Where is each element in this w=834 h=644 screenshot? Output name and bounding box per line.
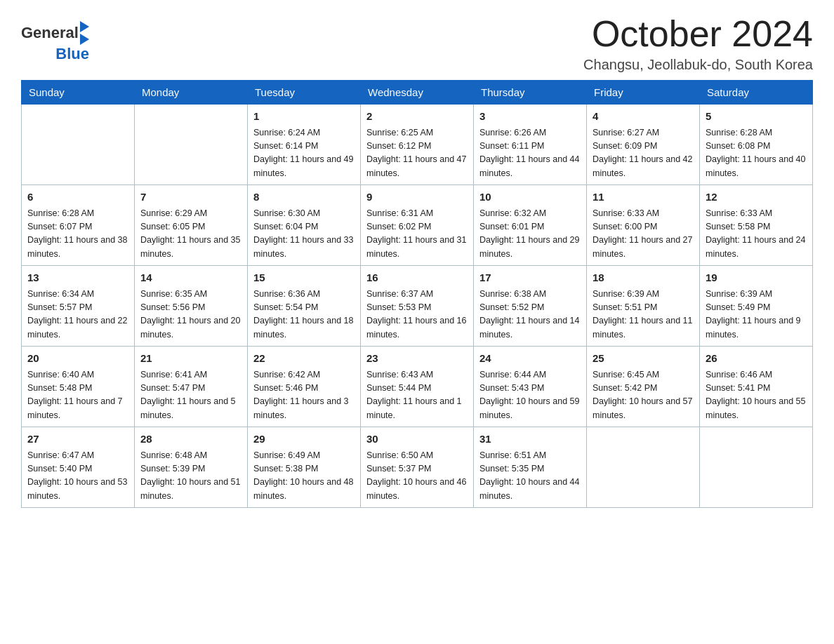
table-row: 28Sunrise: 6:48 AMSunset: 5:39 PMDayligh…	[135, 427, 248, 508]
table-row: 25Sunrise: 6:45 AMSunset: 5:42 PMDayligh…	[587, 347, 700, 427]
table-row: 6Sunrise: 6:28 AMSunset: 6:07 PMDaylight…	[22, 185, 135, 266]
table-row: 31Sunrise: 6:51 AMSunset: 5:35 PMDayligh…	[474, 427, 587, 508]
day-info: Sunrise: 6:40 AMSunset: 5:48 PMDaylight:…	[27, 368, 128, 423]
logo-general-text: General	[21, 24, 79, 42]
day-info: Sunrise: 6:42 AMSunset: 5:46 PMDaylight:…	[253, 368, 355, 423]
table-row	[587, 427, 700, 508]
table-row: 7Sunrise: 6:29 AMSunset: 6:05 PMDaylight…	[135, 185, 248, 266]
table-row: 30Sunrise: 6:50 AMSunset: 5:37 PMDayligh…	[361, 427, 474, 508]
day-info: Sunrise: 6:30 AMSunset: 6:04 PMDaylight:…	[253, 207, 355, 262]
day-info: Sunrise: 6:43 AMSunset: 5:44 PMDaylight:…	[366, 368, 468, 423]
day-info: Sunrise: 6:35 AMSunset: 5:56 PMDaylight:…	[140, 288, 241, 342]
calendar-header-row: Sunday Monday Tuesday Wednesday Thursday…	[22, 81, 813, 105]
day-number: 20	[27, 351, 128, 367]
table-row: 2Sunrise: 6:25 AMSunset: 6:12 PMDaylight…	[361, 105, 474, 185]
day-number: 25	[593, 351, 694, 367]
day-info: Sunrise: 6:50 AMSunset: 5:37 PMDaylight:…	[366, 449, 468, 504]
table-row: 12Sunrise: 6:33 AMSunset: 5:58 PMDayligh…	[700, 185, 813, 266]
table-row: 26Sunrise: 6:46 AMSunset: 5:41 PMDayligh…	[700, 347, 813, 427]
table-row: 4Sunrise: 6:27 AMSunset: 6:09 PMDaylight…	[587, 105, 700, 185]
day-info: Sunrise: 6:31 AMSunset: 6:02 PMDaylight:…	[366, 207, 468, 262]
day-number: 9	[366, 189, 468, 206]
title-block: October 2024 Changsu, Jeollabuk-do, Sout…	[583, 14, 813, 73]
calendar-table: Sunday Monday Tuesday Wednesday Thursday…	[21, 80, 813, 508]
header-monday: Monday	[135, 81, 248, 105]
day-number: 23	[366, 351, 468, 367]
day-info: Sunrise: 6:48 AMSunset: 5:39 PMDaylight:…	[140, 449, 241, 504]
logo-icon: General Blue	[21, 21, 89, 63]
table-row: 17Sunrise: 6:38 AMSunset: 5:52 PMDayligh…	[474, 266, 587, 347]
day-number: 14	[140, 270, 241, 286]
day-number: 11	[593, 189, 694, 206]
day-info: Sunrise: 6:51 AMSunset: 5:35 PMDaylight:…	[479, 449, 581, 504]
day-number: 27	[27, 431, 128, 448]
calendar-week-row: 6Sunrise: 6:28 AMSunset: 6:07 PMDaylight…	[22, 185, 813, 266]
header-sunday: Sunday	[22, 81, 135, 105]
header-friday: Friday	[587, 81, 700, 105]
day-number: 3	[479, 109, 581, 125]
day-number: 16	[366, 270, 468, 286]
table-row	[22, 105, 135, 185]
day-number: 19	[706, 270, 807, 286]
day-number: 22	[253, 351, 355, 367]
day-info: Sunrise: 6:32 AMSunset: 6:01 PMDaylight:…	[479, 207, 581, 262]
table-row: 20Sunrise: 6:40 AMSunset: 5:48 PMDayligh…	[22, 347, 135, 427]
day-info: Sunrise: 6:47 AMSunset: 5:40 PMDaylight:…	[27, 449, 128, 504]
day-info: Sunrise: 6:24 AMSunset: 6:14 PMDaylight:…	[253, 126, 355, 181]
page-header: General Blue October 2024 Changsu, Jeoll…	[21, 14, 813, 73]
table-row: 21Sunrise: 6:41 AMSunset: 5:47 PMDayligh…	[135, 347, 248, 427]
day-info: Sunrise: 6:25 AMSunset: 6:12 PMDaylight:…	[366, 126, 468, 181]
calendar-week-row: 27Sunrise: 6:47 AMSunset: 5:40 PMDayligh…	[22, 427, 813, 508]
day-info: Sunrise: 6:41 AMSunset: 5:47 PMDaylight:…	[140, 368, 241, 423]
day-number: 13	[27, 270, 128, 286]
day-info: Sunrise: 6:26 AMSunset: 6:11 PMDaylight:…	[479, 126, 581, 181]
day-number: 24	[479, 351, 581, 367]
logo-blue-text: Blue	[55, 45, 89, 62]
table-row: 15Sunrise: 6:36 AMSunset: 5:54 PMDayligh…	[248, 266, 361, 347]
table-row: 19Sunrise: 6:39 AMSunset: 5:49 PMDayligh…	[700, 266, 813, 347]
day-number: 15	[253, 270, 355, 286]
day-number: 21	[140, 351, 241, 367]
day-number: 5	[706, 109, 807, 125]
day-info: Sunrise: 6:28 AMSunset: 6:08 PMDaylight:…	[706, 126, 807, 181]
logo: General Blue	[21, 21, 91, 63]
header-saturday: Saturday	[700, 81, 813, 105]
table-row	[700, 427, 813, 508]
table-row: 10Sunrise: 6:32 AMSunset: 6:01 PMDayligh…	[474, 185, 587, 266]
day-info: Sunrise: 6:39 AMSunset: 5:51 PMDaylight:…	[593, 288, 694, 342]
day-number: 26	[706, 351, 807, 367]
table-row	[135, 105, 248, 185]
day-number: 7	[140, 189, 241, 206]
day-number: 2	[366, 109, 468, 125]
day-info: Sunrise: 6:29 AMSunset: 6:05 PMDaylight:…	[140, 207, 241, 262]
day-info: Sunrise: 6:36 AMSunset: 5:54 PMDaylight:…	[253, 288, 355, 342]
calendar-week-row: 13Sunrise: 6:34 AMSunset: 5:57 PMDayligh…	[22, 266, 813, 347]
table-row: 18Sunrise: 6:39 AMSunset: 5:51 PMDayligh…	[587, 266, 700, 347]
day-number: 1	[253, 109, 355, 125]
calendar-week-row: 1Sunrise: 6:24 AMSunset: 6:14 PMDaylight…	[22, 105, 813, 185]
day-number: 12	[706, 189, 807, 206]
day-number: 4	[593, 109, 694, 125]
table-row: 29Sunrise: 6:49 AMSunset: 5:38 PMDayligh…	[248, 427, 361, 508]
day-info: Sunrise: 6:37 AMSunset: 5:53 PMDaylight:…	[366, 288, 468, 342]
day-info: Sunrise: 6:27 AMSunset: 6:09 PMDaylight:…	[593, 126, 694, 181]
table-row: 13Sunrise: 6:34 AMSunset: 5:57 PMDayligh…	[22, 266, 135, 347]
table-row: 22Sunrise: 6:42 AMSunset: 5:46 PMDayligh…	[248, 347, 361, 427]
table-row: 1Sunrise: 6:24 AMSunset: 6:14 PMDaylight…	[248, 105, 361, 185]
day-info: Sunrise: 6:33 AMSunset: 6:00 PMDaylight:…	[593, 207, 694, 262]
day-info: Sunrise: 6:46 AMSunset: 5:41 PMDaylight:…	[706, 368, 807, 423]
day-info: Sunrise: 6:49 AMSunset: 5:38 PMDaylight:…	[253, 449, 355, 504]
day-info: Sunrise: 6:28 AMSunset: 6:07 PMDaylight:…	[27, 207, 128, 262]
table-row: 9Sunrise: 6:31 AMSunset: 6:02 PMDaylight…	[361, 185, 474, 266]
header-wednesday: Wednesday	[361, 81, 474, 105]
table-row: 3Sunrise: 6:26 AMSunset: 6:11 PMDaylight…	[474, 105, 587, 185]
day-number: 28	[140, 431, 241, 448]
table-row: 23Sunrise: 6:43 AMSunset: 5:44 PMDayligh…	[361, 347, 474, 427]
day-info: Sunrise: 6:44 AMSunset: 5:43 PMDaylight:…	[479, 368, 581, 423]
day-info: Sunrise: 6:33 AMSunset: 5:58 PMDaylight:…	[706, 207, 807, 262]
day-number: 29	[253, 431, 355, 448]
table-row: 14Sunrise: 6:35 AMSunset: 5:56 PMDayligh…	[135, 266, 248, 347]
day-number: 30	[366, 431, 468, 448]
day-info: Sunrise: 6:45 AMSunset: 5:42 PMDaylight:…	[593, 368, 694, 423]
table-row: 27Sunrise: 6:47 AMSunset: 5:40 PMDayligh…	[22, 427, 135, 508]
